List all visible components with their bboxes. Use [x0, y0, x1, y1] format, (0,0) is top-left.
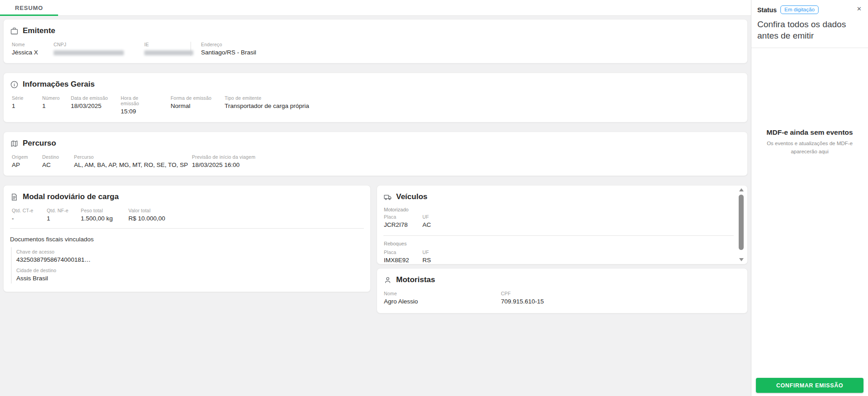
reboque-uf-value: RS — [422, 257, 431, 264]
serie-value: 1 — [12, 103, 42, 109]
scroll-down-arrow-icon[interactable] — [739, 258, 744, 261]
scroll-up-arrow-icon[interactable] — [739, 188, 744, 191]
documento-fiscal-item: Chave de acesso 43250387958674000181… Ci… — [11, 247, 364, 284]
card-percurso: Percurso Origem AP Destino AC Percurso A… — [3, 132, 748, 176]
motorizado-placa-value: JCR2I78 — [384, 221, 422, 228]
status-sidebar: Status Em digitação ✕ Confira todos os d… — [751, 0, 868, 396]
info-icon — [10, 80, 19, 89]
status-label: Status — [757, 6, 777, 14]
truck-icon — [383, 193, 392, 201]
motorizado-placa-label: Placa — [384, 214, 422, 220]
motorizado-uf-value: AC — [422, 221, 431, 228]
card-emitente: Emitente Nome Jéssica X CNPJ IE — [3, 19, 748, 64]
valor-total-value: R$ 10.000,00 — [128, 215, 165, 222]
motorizado-group-label: Motorizado — [377, 203, 747, 212]
document-icon — [10, 193, 19, 201]
qtd-nfe-value: 1 — [47, 215, 81, 222]
tipo-emitente-value: Transportador de carga própria — [225, 103, 309, 109]
briefcase-icon — [10, 27, 19, 35]
map-icon — [10, 139, 19, 148]
hora-emissao-value: 15:09 — [121, 108, 171, 115]
cidade-destino-label: Cidade de destino — [16, 268, 364, 273]
card-modal-rodoviario: Modal rodoviário de carga Qtd. CT-e - Qt… — [3, 185, 371, 292]
summary-content: Emitente Nome Jéssica X CNPJ IE — [0, 16, 751, 313]
serie-label: Série — [12, 95, 42, 101]
status-badge: Em digitação — [780, 5, 819, 14]
data-emissao-value: 18/03/2025 — [71, 103, 121, 109]
previsao-inicio-value: 18/03/2025 16:00 — [192, 161, 255, 168]
qtd-cte-label: Qtd. CT-e — [12, 208, 47, 213]
ie-redacted-value — [144, 50, 193, 55]
qtd-nfe-label: Qtd. NF-e — [47, 208, 81, 213]
tipo-emitente-label: Tipo de emitente — [225, 95, 309, 101]
motorista-nome-label: Nome — [384, 291, 501, 296]
destino-value: AC — [42, 161, 74, 168]
qtd-cte-value: - — [12, 215, 47, 222]
valor-total-label: Valor total — [128, 208, 165, 213]
forma-emissao-label: Forma de emissão — [171, 95, 225, 101]
docs-vinculados-title: Documentos fiscais vinculados — [4, 230, 370, 245]
section-divider — [10, 228, 364, 229]
card-informacoes-gerais: Informações Gerais Série 1 Número 1 Data… — [3, 73, 748, 122]
chave-acesso-label: Chave de acesso — [16, 249, 364, 254]
card-motoristas: Motoristas Nome Agro Alessio CPF 709.915… — [377, 268, 748, 313]
veiculos-scrollbar — [738, 187, 745, 262]
motorista-nome-value: Agro Alessio — [384, 298, 501, 305]
card-informacoes-gerais-title: Informações Gerais — [23, 80, 95, 89]
empty-state-subtitle: Os eventos e atualizações de MDF-e apare… — [753, 140, 866, 156]
confirmar-emissao-button[interactable]: CONFIRMAR EMISSÃO — [756, 378, 863, 393]
card-veiculos-title: Veículos — [396, 192, 427, 201]
tab-bar: RESUMO — [0, 0, 751, 16]
data-emissao-label: Data de emissão — [71, 95, 121, 101]
sidebar-headline: Confira todos os dados antes de emitir — [757, 19, 863, 41]
reboque-placa-value: IMX8E92 — [384, 257, 422, 264]
cnpj-label: CNPJ — [54, 42, 144, 47]
endereco-value: Santiago/RS - Brasil — [201, 49, 256, 56]
motorista-cpf-value: 709.915.610-15 — [501, 298, 544, 305]
reboque-placa-label: Placa — [384, 249, 422, 255]
active-tab-indicator — [0, 15, 58, 16]
card-percurso-title: Percurso — [23, 139, 56, 148]
destino-label: Destino — [42, 154, 74, 160]
numero-label: Número — [42, 95, 71, 101]
motorista-cpf-label: CPF — [501, 291, 544, 296]
peso-total-label: Peso total — [81, 208, 128, 213]
peso-total-value: 1.500,00 kg — [81, 215, 128, 222]
sidebar-divider — [751, 48, 868, 48]
reboques-group-label: Reboques — [377, 236, 747, 246]
hora-emissao-label: Hora de emissão — [121, 95, 144, 106]
card-motoristas-title: Motoristas — [396, 275, 435, 284]
cidade-destino-value: Assis Brasil — [16, 275, 364, 282]
events-empty-state: MDF-e ainda sem eventos Os eventos e atu… — [751, 128, 868, 156]
previsao-inicio-label: Previsão de início da viagem — [192, 154, 255, 160]
nome-label: Nome — [12, 42, 54, 47]
card-modal-rodoviario-title: Modal rodoviário de carga — [23, 192, 119, 201]
card-emitente-title: Emitente — [23, 26, 55, 35]
tab-resumo[interactable]: RESUMO — [0, 0, 58, 16]
origem-value: AP — [12, 161, 42, 168]
motorizado-uf-label: UF — [422, 214, 431, 220]
ie-label: IE — [144, 42, 184, 47]
scrollbar-thumb[interactable] — [739, 195, 744, 250]
reboque-uf-label: UF — [422, 249, 431, 255]
person-icon — [383, 276, 392, 284]
percurso-label: Percurso — [74, 154, 192, 160]
nome-value: Jéssica X — [12, 49, 54, 56]
close-icon[interactable]: ✕ — [857, 6, 862, 12]
empty-state-title: MDF-e ainda sem eventos — [751, 128, 868, 137]
numero-value: 1 — [42, 103, 71, 109]
main-panel: RESUMO Emitente Nome Jéssica X CNPJ — [0, 0, 751, 396]
forma-emissao-value: Normal — [171, 103, 225, 109]
cnpj-redacted-value — [54, 50, 124, 55]
mdfe-review-page: RESUMO Emitente Nome Jéssica X CNPJ — [0, 0, 868, 396]
tab-resumo-label: RESUMO — [15, 5, 43, 11]
endereco-label: Endereço — [201, 42, 256, 47]
chave-acesso-value: 43250387958674000181… — [16, 256, 364, 263]
origem-label: Origem — [12, 154, 42, 160]
card-veiculos: Veículos Motorizado Placa JCR2I78 UF AC — [377, 185, 748, 264]
percurso-value: AL, AM, BA, AP, MG, MT, RO, SE, TO, SP — [74, 161, 192, 168]
